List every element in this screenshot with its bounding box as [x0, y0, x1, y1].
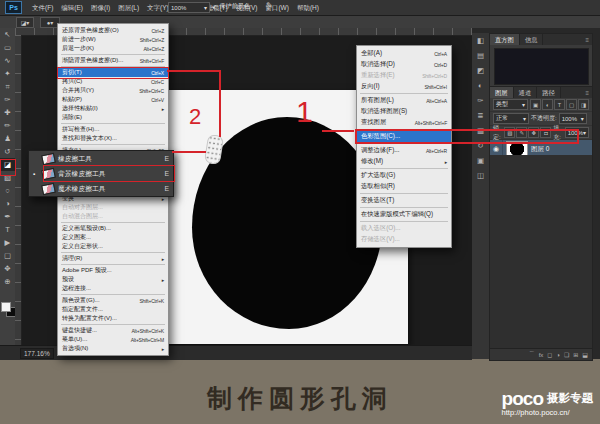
layer-filter-dropdown[interactable]: 类型 ▾ — [493, 99, 528, 110]
gradient-tool-button[interactable]: ▧ — [0, 171, 15, 184]
select-menu-item-4[interactable]: 所有图层(L)Alt+Ctrl+A — [357, 95, 451, 106]
edit-menu-item-8[interactable]: 选择性粘贴(I)▸ — [58, 104, 168, 113]
zoom-tool-button[interactable]: ⊕ — [0, 275, 15, 288]
menubar-item-3[interactable]: 图层(L) — [114, 0, 143, 15]
edit-menu-item-5[interactable]: 拷贝(C)Ctrl+C — [58, 77, 168, 86]
edit-menu-item-29[interactable]: 转换为配置文件(V)... — [58, 314, 168, 323]
tablet-pressure-icon[interactable]: ✎ — [266, 1, 273, 10]
tolerance-dropdown[interactable]: 100% ▾ — [168, 2, 210, 13]
adjustment-layers-filter-icon[interactable]: ◐ — [542, 99, 553, 110]
select-menu-item-7[interactable]: 色彩范围(C)... — [357, 131, 451, 142]
path-selection-tool-button[interactable]: ▶ — [0, 236, 15, 249]
lock-position-icon[interactable]: ✥ — [528, 127, 539, 138]
menubar-item-1[interactable]: 编辑(E) — [57, 0, 87, 15]
select-menu-item-14[interactable]: 载入选区(O)... — [357, 223, 451, 234]
pen-tool-button[interactable]: ✒ — [0, 210, 15, 223]
shape-tool-button[interactable]: ▢ — [0, 249, 15, 262]
select-menu-item-5[interactable]: 取消选择图层(S) — [357, 106, 451, 117]
clone-source-panel-icon[interactable]: ✑ — [472, 93, 489, 108]
edit-menu-item-28[interactable]: 指定配置文件... — [58, 305, 168, 314]
select-menu-item-13[interactable]: 在快速蒙版模式下编辑(Q) — [357, 209, 451, 220]
menubar-item-0[interactable]: 文件(F) — [28, 0, 57, 15]
panel-menu-icon[interactable]: ≡ — [585, 37, 589, 43]
edit-menu-item-27[interactable]: 颜色设置(G)...Shift+Ctrl+K — [58, 296, 168, 305]
layer-group-icon[interactable]: ❏ — [564, 351, 569, 358]
styles-panel-icon[interactable]: ◩ — [472, 63, 489, 78]
edit-menu-item-7[interactable]: 粘贴(P)Ctrl+V — [58, 95, 168, 104]
edit-menu-item-11[interactable]: 查找和替换文本(X)... — [58, 134, 168, 143]
lasso-tool-button[interactable]: ∿ — [0, 54, 15, 67]
edit-menu-item-3[interactable]: 渐隐背景色橡皮擦(D)...Shift+Ctrl+F — [58, 56, 168, 65]
edit-menu-item-25[interactable]: 预设▸ — [58, 275, 168, 284]
edit-menu-item-26[interactable]: 远程连接... — [58, 284, 168, 293]
tab-paths[interactable]: 路径 — [537, 87, 561, 98]
edit-menu-item-18[interactable]: 自动对齐图层... — [58, 203, 168, 212]
panel-menu-icon[interactable]: ≡ — [585, 90, 589, 96]
tab-channels[interactable]: 通道 — [514, 87, 538, 98]
tab-histogram[interactable]: 直方图 — [490, 34, 520, 45]
swatches-panel-icon[interactable]: ▤ — [472, 48, 489, 63]
protect-foreground-checkbox[interactable]: ✔ 保护前景色 — [212, 2, 250, 11]
menubar-item-9[interactable]: 帮助(H) — [293, 0, 323, 15]
shape-layers-filter-icon[interactable]: ▢ — [566, 99, 577, 110]
new-layer-icon[interactable]: ⊞ — [573, 351, 578, 358]
select-menu-item-9[interactable]: 修改(M)▸ — [357, 156, 451, 167]
hand-tool-button[interactable]: ✥ — [0, 262, 15, 275]
edit-menu-item-23[interactable]: 清理(R)▸ — [58, 254, 168, 263]
color-swatches[interactable] — [1, 302, 15, 318]
select-menu-item-3[interactable]: 反向(I)Shift+Ctrl+I — [357, 81, 451, 92]
move-tool-button[interactable]: ↖ — [0, 28, 15, 41]
lock-pixels-icon[interactable]: ✎ — [516, 127, 527, 138]
edit-menu-item-30[interactable]: 键盘快捷键...Alt+Shift+Ctrl+K — [58, 326, 168, 335]
history-panel-icon[interactable]: ↻ — [472, 138, 489, 153]
layer-effects-icon[interactable]: fx — [539, 352, 544, 358]
adjustments-panel-icon[interactable]: ◐ — [472, 78, 489, 93]
properties-panel-icon[interactable]: ◫ — [472, 168, 489, 183]
tab-layers[interactable]: 图层 — [490, 87, 514, 98]
current-tool-icon[interactable]: ◪▾ — [16, 17, 34, 28]
edit-menu-item-19[interactable]: 自动混合图层... — [58, 212, 168, 221]
edit-menu-item-6[interactable]: 合并拷贝(Y)Shift+Ctrl+C — [58, 86, 168, 95]
select-menu-item-12[interactable]: 变换选区(T) — [357, 195, 451, 206]
lock-transparent-icon[interactable]: ▨ — [504, 127, 515, 138]
blur-tool-button[interactable]: ○ — [0, 184, 15, 197]
color-panel-icon[interactable]: ◧ — [472, 33, 489, 48]
marquee-tool-button[interactable]: ▭ — [0, 41, 15, 54]
history-brush-tool-button[interactable]: ↺ — [0, 145, 15, 158]
select-menu-item-10[interactable]: 扩大选取(G) — [357, 170, 451, 181]
blend-mode-dropdown[interactable]: 正常 ▾ — [493, 113, 529, 124]
select-menu-item-11[interactable]: 选取相似(R) — [357, 181, 451, 192]
edit-menu-item-0[interactable]: 还原背景色橡皮擦(O)Ctrl+Z — [58, 26, 168, 35]
quick-selection-tool-button[interactable]: ✦ — [0, 67, 15, 80]
smart-object-filter-icon[interactable]: ◨ — [578, 99, 589, 110]
foreground-color-swatch[interactable] — [1, 302, 11, 312]
crop-tool-button[interactable]: ⌗ — [0, 80, 15, 93]
flyout-item-0[interactable]: 橡皮擦工具E — [29, 151, 173, 166]
edit-menu-item-22[interactable]: 定义自定形状... — [58, 242, 168, 251]
flyout-item-2[interactable]: 魔术橡皮擦工具E — [29, 181, 173, 196]
edit-menu-item-20[interactable]: 定义画笔预设(B)... — [58, 224, 168, 233]
select-menu-item-8[interactable]: 调整边缘(F)...Alt+Ctrl+R — [357, 145, 451, 156]
brush-tool-button[interactable]: ✏ — [0, 119, 15, 132]
edit-menu-item-10[interactable]: 拼写检查(H)... — [58, 125, 168, 134]
eyedropper-tool-button[interactable]: ✑ — [0, 93, 15, 106]
edit-menu-item-21[interactable]: 定义图案... — [58, 233, 168, 242]
edit-menu-item-31[interactable]: 菜单(U)...Alt+Shift+Ctrl+M — [58, 335, 168, 344]
link-layers-icon[interactable]: ⌒ — [529, 350, 535, 359]
type-layers-filter-icon[interactable]: T — [554, 99, 565, 110]
select-menu-item-2[interactable]: 重新选择(E)Shift+Ctrl+D — [357, 70, 451, 81]
opacity-dropdown[interactable]: 100% ▾ — [559, 113, 587, 124]
actions-panel-icon[interactable]: ▣ — [472, 153, 489, 168]
fill-dropdown[interactable]: 100% ▾ — [565, 127, 589, 138]
edit-menu-item-4[interactable]: 剪切(T)Ctrl+X — [58, 68, 168, 77]
pixel-layers-filter-icon[interactable]: ▣ — [530, 99, 541, 110]
tab-info[interactable]: 信息 — [520, 34, 544, 45]
select-menu-item-6[interactable]: 查找图层Alt+Shift+Ctrl+F — [357, 117, 451, 128]
edit-menu-item-2[interactable]: 后退一步(K)Alt+Ctrl+Z — [58, 44, 168, 53]
eraser-tool-button[interactable]: ◪ — [0, 158, 15, 171]
healing-brush-tool-button[interactable]: ✚ — [0, 106, 15, 119]
select-menu-item-15[interactable]: 存储选区(V)... — [357, 234, 451, 245]
type-tool-button[interactable]: T — [0, 223, 15, 236]
adjustment-layer-icon[interactable]: ◑ — [556, 352, 560, 358]
edit-menu-item-9[interactable]: 清除(E) — [58, 113, 168, 122]
